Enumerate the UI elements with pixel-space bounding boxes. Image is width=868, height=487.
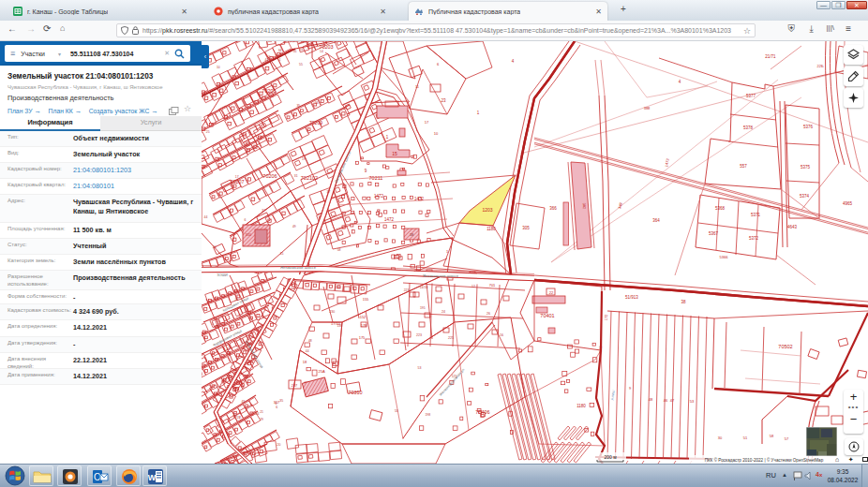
svg-text:16: 16 — [500, 333, 503, 337]
svg-text:70205: 70205 — [262, 88, 276, 94]
svg-text:W: W — [148, 473, 157, 482]
svg-text:198: 198 — [425, 413, 430, 417]
svg-text:Железнодорожная ул: Железнодорожная ул — [439, 368, 465, 397]
svg-text:70401: 70401 — [540, 313, 554, 318]
svg-text:5: 5 — [268, 55, 270, 59]
svg-text:51: 51 — [743, 435, 748, 440]
svg-text:30: 30 — [213, 245, 217, 249]
svg-text:35: 35 — [293, 50, 297, 53]
svg-text:53: 53 — [395, 409, 398, 413]
svg-text:35: 35 — [279, 399, 283, 403]
svg-text:5375: 5375 — [801, 165, 811, 170]
svg-text:348: 348 — [617, 201, 623, 210]
svg-text:200 м: 200 м — [604, 454, 617, 460]
svg-text:4965: 4965 — [843, 201, 853, 206]
svg-text:48: 48 — [308, 339, 312, 343]
svg-text:172: 172 — [604, 314, 608, 321]
svg-text:302: 302 — [582, 202, 588, 210]
svg-text:57: 57 — [785, 436, 789, 441]
svg-text:280: 280 — [414, 268, 421, 273]
svg-text:1203: 1203 — [482, 207, 492, 213]
svg-text:25А: 25А — [318, 369, 324, 374]
svg-text:223: 223 — [404, 288, 410, 292]
svg-text:ПКК © Роскадастр 2010-2022 | ©: ПКК © Роскадастр 2010-2022 | © Участники… — [705, 457, 824, 463]
svg-text:70209: 70209 — [309, 120, 322, 125]
svg-text:5377: 5377 — [746, 94, 756, 98]
svg-text:18: 18 — [303, 360, 307, 364]
svg-text:Аниш: Аниш — [610, 390, 616, 401]
svg-text:9: 9 — [365, 169, 367, 173]
svg-text:10: 10 — [434, 131, 439, 136]
svg-text:10: 10 — [217, 66, 220, 69]
svg-text:388: 388 — [644, 106, 651, 111]
svg-text:4: 4 — [512, 59, 515, 64]
svg-text:175: 175 — [359, 335, 366, 340]
svg-text:19: 19 — [236, 416, 240, 420]
svg-text:1472: 1472 — [664, 157, 670, 167]
svg-text:70406: 70406 — [475, 409, 489, 415]
svg-text:17/10: 17/10 — [331, 321, 341, 326]
svg-text:4643: 4643 — [787, 225, 798, 229]
svg-text:22Б: 22Б — [816, 64, 823, 68]
svg-text:4: 4 — [679, 80, 681, 84]
svg-text:195: 195 — [420, 306, 426, 310]
svg-text:5368: 5368 — [715, 206, 726, 211]
svg-text:247: 247 — [292, 384, 297, 388]
svg-text:4642: 4642 — [598, 346, 603, 355]
svg-text:14/18: 14/18 — [420, 286, 428, 289]
svg-text:70207: 70207 — [230, 179, 244, 184]
svg-text:17: 17 — [425, 120, 429, 125]
svg-text:1: 1 — [386, 135, 389, 140]
svg-text:35: 35 — [296, 104, 300, 108]
svg-text:47: 47 — [670, 398, 675, 403]
svg-text:5367: 5367 — [709, 231, 719, 236]
svg-text:23: 23 — [441, 98, 446, 103]
svg-text:6: 6 — [437, 62, 440, 66]
svg-text:58: 58 — [337, 248, 341, 252]
svg-text:178: 178 — [361, 323, 367, 328]
svg-text:18: 18 — [410, 233, 413, 237]
svg-text:310: 310 — [246, 233, 251, 237]
svg-text:60: 60 — [280, 52, 284, 56]
svg-text:5: 5 — [212, 322, 214, 326]
svg-text:364: 364 — [652, 218, 660, 223]
svg-text:155: 155 — [363, 297, 369, 302]
svg-text:305: 305 — [522, 226, 530, 230]
svg-text:29: 29 — [260, 418, 263, 421]
svg-text:150: 150 — [335, 285, 341, 289]
svg-text:14: 14 — [275, 54, 278, 58]
svg-text:15: 15 — [280, 252, 284, 256]
svg-text:4: 4 — [248, 450, 250, 454]
svg-text:19: 19 — [302, 157, 306, 161]
svg-text:1180: 1180 — [576, 404, 586, 408]
svg-text:366: 366 — [549, 206, 557, 211]
svg-text:21: 21 — [260, 410, 263, 414]
svg-text:44: 44 — [204, 215, 208, 219]
svg-text:20: 20 — [277, 443, 281, 447]
svg-text:1472: 1472 — [414, 197, 425, 201]
svg-text:5371: 5371 — [751, 213, 761, 217]
svg-text:Янтиковское шоссе: Янтиковское шоссе — [280, 265, 317, 270]
svg-text:701: 701 — [489, 283, 496, 288]
svg-text:53: 53 — [418, 366, 422, 370]
svg-text:1472: 1472 — [374, 194, 384, 199]
svg-text:5376: 5376 — [803, 125, 814, 129]
svg-text:48: 48 — [649, 397, 653, 402]
svg-text:17: 17 — [235, 175, 239, 179]
svg-text:46: 46 — [256, 412, 260, 416]
svg-text:34: 34 — [278, 49, 282, 52]
svg-text:6: 6 — [276, 406, 277, 409]
svg-text:46: 46 — [664, 398, 668, 403]
svg-text:9: 9 — [629, 386, 632, 391]
svg-text:30: 30 — [718, 435, 723, 440]
svg-text:49: 49 — [292, 225, 296, 229]
svg-text:26: 26 — [315, 101, 319, 105]
svg-text:1472: 1472 — [384, 217, 395, 222]
svg-text:1: 1 — [477, 111, 480, 115]
svg-text:11: 11 — [415, 84, 420, 89]
svg-text:51: 51 — [226, 347, 230, 351]
svg-text:24: 24 — [441, 310, 445, 314]
svg-text:70310: 70310 — [348, 390, 362, 395]
svg-text:5378: 5378 — [743, 125, 754, 130]
svg-text:6: 6 — [244, 218, 246, 222]
